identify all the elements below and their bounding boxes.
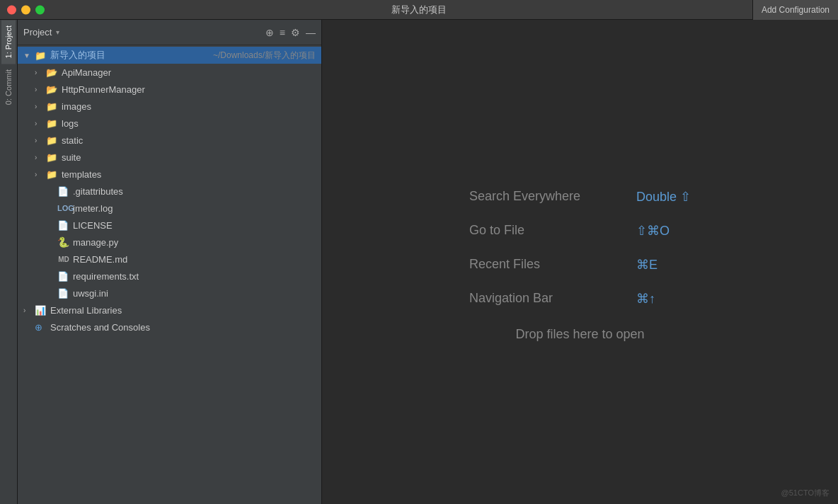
panel-title: Project	[23, 27, 52, 38]
folder-icon: 📂	[46, 67, 59, 78]
shortcut-go-to-file: Go to File ⇧⌘O	[469, 217, 691, 245]
shortcut-key: ⇧⌘O	[636, 223, 670, 239]
project-panel: Project ▾ ⊕ ≡ ⚙ — ▼ 📁 新导入的项目 ~/Downloads…	[18, 20, 322, 504]
folder-label: templates	[62, 169, 316, 180]
tree-folder-images[interactable]: › 📁 images	[18, 98, 321, 115]
shortcut-label: Recent Files	[469, 257, 625, 272]
vertical-tab-bar: 1: Project 0: Commit	[0, 20, 18, 504]
file-icon: 📄	[57, 220, 70, 231]
file-label: README.md	[73, 254, 316, 265]
tree-folder-external-libs[interactable]: › 📊 External Libraries	[18, 302, 321, 319]
minimize-button[interactable]	[21, 5, 30, 14]
tree-folder-logs[interactable]: › 📁 logs	[18, 115, 321, 132]
shortcut-label: Go to File	[469, 223, 625, 238]
file-icon: 📄	[57, 186, 70, 197]
shortcut-key: ⌘E	[636, 257, 658, 273]
expand-arrow: ›	[35, 103, 46, 110]
folder-label: HttpRunnerManager	[62, 84, 316, 95]
folder-icon: 📁	[46, 101, 59, 112]
tab-project[interactable]: 1: Project	[1, 20, 16, 64]
expand-arrow: ›	[35, 69, 46, 76]
tree-folder-templates[interactable]: › 📁 templates	[18, 166, 321, 183]
shortcut-key: ⌘↑	[636, 291, 655, 307]
shortcut-recent-files: Recent Files ⌘E	[469, 251, 691, 279]
tree-file-gitattributes[interactable]: 📄 .gitattributes	[18, 183, 321, 200]
panel-icons: ⊕ ≡ ⚙ —	[265, 27, 316, 38]
expand-arrow: ›	[35, 154, 46, 161]
collapse-icon[interactable]: ≡	[280, 27, 285, 38]
folder-label: ApiManager	[62, 67, 316, 78]
log-file-icon: LOG	[57, 204, 70, 212]
file-label: jmeter.log	[73, 203, 316, 214]
panel-header: Project ▾ ⊕ ≡ ⚙ —	[18, 20, 321, 45]
expand-arrow: ›	[35, 137, 46, 144]
drop-files-text: Drop files here to open	[515, 327, 644, 342]
expand-arrow: ›	[23, 307, 35, 314]
tree-file-requirements[interactable]: 📄 requirements.txt	[18, 268, 321, 285]
file-label: LICENSE	[73, 220, 316, 231]
python-file-icon: 🐍	[57, 236, 70, 248]
file-label: manage.py	[73, 237, 316, 248]
tree-root-item[interactable]: ▼ 📁 新导入的项目 ~/Downloads/新导入的项目	[18, 47, 321, 64]
hide-icon[interactable]: —	[306, 27, 316, 38]
folder-icon: 📂	[46, 84, 59, 95]
folder-icon: 📁	[46, 169, 59, 180]
file-label: requirements.txt	[73, 271, 316, 282]
folder-icon: 📁	[46, 118, 59, 129]
locate-icon[interactable]: ⊕	[265, 27, 274, 38]
folder-icon: 📁	[46, 135, 59, 146]
folder-label: External Libraries	[50, 305, 316, 316]
file-icon: 📄	[57, 271, 70, 282]
main-content: Search Everywhere Double ⇧ Go to File ⇧⌘…	[322, 20, 838, 504]
root-label: 新导入的项目	[50, 49, 209, 62]
tree-file-jmeter-log[interactable]: LOG jmeter.log	[18, 200, 321, 217]
tree-file-uwsgi[interactable]: 📄 uwsgi.ini	[18, 285, 321, 302]
maximize-button[interactable]	[35, 5, 45, 14]
folder-label: images	[62, 101, 316, 112]
tree-folder-httprunner[interactable]: › 📂 HttpRunnerManager	[18, 81, 321, 98]
expand-arrow: ›	[35, 171, 46, 178]
shortcut-navigation-bar: Navigation Bar ⌘↑	[469, 285, 691, 313]
folder-label: logs	[62, 118, 316, 129]
panel-dropdown-arrow[interactable]: ▾	[56, 28, 59, 36]
expand-arrow: ›	[35, 86, 46, 93]
tree-scratches[interactable]: ⊕ Scratches and Consoles	[18, 319, 321, 336]
library-icon: 📊	[35, 305, 47, 316]
folder-label: static	[62, 135, 316, 146]
scratches-icon: ⊕	[35, 322, 47, 333]
file-label: .gitattributes	[73, 186, 316, 197]
tree-file-readme[interactable]: MD README.md	[18, 251, 321, 268]
tree-file-manage-py[interactable]: 🐍 manage.py	[18, 234, 321, 251]
folder-icon: 📁	[46, 152, 59, 163]
tab-commit[interactable]: 0: Commit	[1, 64, 16, 110]
expand-arrow: ▼	[23, 52, 35, 59]
folder-label: Scratches and Consoles	[50, 322, 316, 333]
tree-folder-static[interactable]: › 📁 static	[18, 132, 321, 149]
title-bar: 新导入的项目 Add Configuration	[0, 0, 838, 20]
shortcut-key: Double ⇧	[636, 189, 691, 205]
expand-arrow: ›	[35, 120, 46, 127]
root-path: ~/Downloads/新导入的项目	[213, 50, 316, 62]
folder-icon: 📁	[35, 50, 47, 61]
file-icon: 📄	[57, 288, 70, 299]
tree-folder-apimanager[interactable]: › 📂 ApiManager	[18, 64, 321, 81]
close-button[interactable]	[7, 5, 16, 14]
settings-icon[interactable]: ⚙	[291, 27, 300, 38]
file-label: uwsgi.ini	[73, 288, 316, 299]
shortcut-label: Search Everywhere	[469, 189, 625, 204]
md-file-icon: MD	[57, 256, 70, 263]
file-tree: ▼ 📁 新导入的项目 ~/Downloads/新导入的项目 › 📂 ApiMan…	[18, 45, 321, 504]
window-title: 新导入的项目	[391, 4, 447, 16]
add-configuration-button[interactable]: Add Configuration	[752, 0, 838, 20]
tree-file-license[interactable]: 📄 LICENSE	[18, 217, 321, 234]
folder-label: suite	[62, 152, 316, 163]
watermark: @51CTO博客	[781, 488, 830, 498]
shortcut-list: Search Everywhere Double ⇧ Go to File ⇧⌘…	[469, 183, 691, 313]
traffic-lights	[7, 5, 45, 14]
main-layout: 1: Project 0: Commit Project ▾ ⊕ ≡ ⚙ — ▼…	[0, 20, 838, 504]
shortcut-search-everywhere: Search Everywhere Double ⇧	[469, 183, 691, 211]
shortcut-label: Navigation Bar	[469, 291, 625, 306]
tree-folder-suite[interactable]: › 📁 suite	[18, 149, 321, 166]
